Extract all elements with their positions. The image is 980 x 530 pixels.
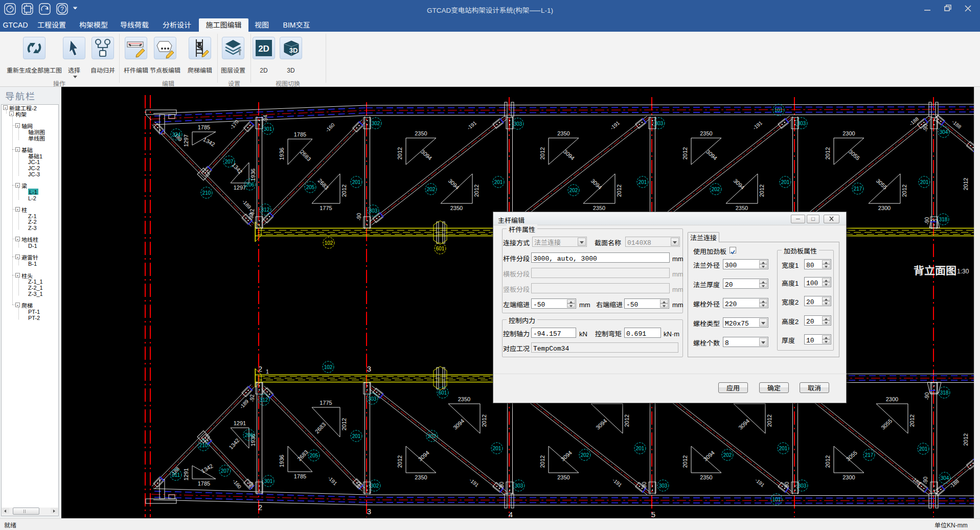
- svg-text:2012: 2012: [759, 185, 765, 197]
- svg-text:3094: 3094: [420, 148, 433, 161]
- svg-text:-90: -90: [248, 481, 254, 489]
- svg-text:2012: 2012: [473, 185, 480, 197]
- svg-text:303: 303: [368, 396, 377, 402]
- svg-text:201: 201: [352, 433, 361, 439]
- svg-text:201: 201: [352, 179, 361, 185]
- svg-text:1342: 1342: [202, 136, 216, 147]
- svg-text:206: 206: [246, 182, 255, 188]
- svg-text:-191: -191: [468, 477, 480, 489]
- svg-text:2012: 2012: [963, 178, 969, 190]
- svg-text:2D: 2D: [258, 44, 269, 54]
- svg-text:3055: 3055: [848, 148, 861, 161]
- svg-text:1785: 1785: [294, 473, 306, 479]
- svg-text:3094: 3094: [447, 177, 461, 190]
- svg-text:-170: -170: [229, 119, 240, 130]
- svg-text:201: 201: [920, 179, 929, 185]
- svg-text:3094: 3094: [417, 449, 430, 462]
- svg-text:-90: -90: [784, 481, 790, 489]
- svg-text:-92: -92: [249, 209, 255, 216]
- svg-text:601: 601: [436, 246, 445, 251]
- svg-text:1342: 1342: [200, 463, 214, 474]
- svg-text:207: 207: [221, 468, 230, 474]
- svg-text:202: 202: [712, 187, 720, 192]
- svg-text:1936: 1936: [250, 169, 256, 181]
- svg-text:-92: -92: [249, 394, 255, 402]
- svg-text:318: 318: [939, 217, 948, 222]
- svg-text:201: 201: [919, 446, 928, 452]
- svg-text:2683: 2683: [296, 449, 309, 462]
- svg-text:-90: -90: [356, 481, 362, 489]
- svg-text:2012: 2012: [825, 147, 831, 159]
- svg-text:201: 201: [493, 446, 502, 451]
- svg-text:301: 301: [264, 478, 273, 484]
- svg-text:201: 201: [781, 179, 790, 185]
- svg-text:1:30: 1:30: [957, 268, 969, 275]
- svg-text:3094: 3094: [452, 418, 465, 430]
- svg-text:2: 2: [258, 503, 262, 512]
- svg-text:303: 303: [515, 483, 523, 489]
- svg-text:4: 4: [509, 510, 513, 518]
- svg-text:303: 303: [514, 121, 522, 127]
- svg-text:2300: 2300: [842, 130, 855, 136]
- svg-text:2350: 2350: [593, 205, 605, 211]
- svg-text:3094: 3094: [595, 418, 608, 430]
- svg-text:302: 302: [371, 483, 379, 489]
- svg-text:202: 202: [428, 433, 437, 439]
- svg-text:3094: 3094: [737, 418, 750, 430]
- svg-text:3094: 3094: [702, 449, 716, 462]
- svg-text:2350: 2350: [557, 130, 569, 136]
- svg-text:210: 210: [202, 190, 211, 196]
- svg-text:101: 101: [772, 497, 781, 502]
- svg-text:1936: 1936: [279, 148, 285, 160]
- svg-text:-191: -191: [752, 120, 764, 131]
- svg-text:2012: 2012: [682, 147, 688, 159]
- svg-text:1291: 1291: [234, 420, 246, 426]
- svg-text:210: 210: [199, 443, 208, 448]
- svg-text:3D: 3D: [289, 47, 298, 54]
- svg-text:201: 201: [639, 179, 647, 185]
- svg-text:102: 102: [324, 364, 333, 370]
- svg-text:-191: -191: [609, 120, 621, 131]
- svg-text:202: 202: [569, 188, 578, 193]
- svg-text:2350: 2350: [450, 205, 463, 211]
- svg-text:2012: 2012: [682, 455, 688, 468]
- svg-text:3055: 3055: [845, 449, 858, 462]
- svg-text:2683: 2683: [314, 421, 327, 434]
- svg-text:2012: 2012: [397, 147, 403, 159]
- svg-text:205: 205: [310, 453, 318, 458]
- svg-text:2012: 2012: [341, 418, 347, 430]
- svg-text:303: 303: [798, 483, 807, 489]
- svg-text:202: 202: [723, 452, 732, 458]
- svg-text:304: 304: [940, 129, 948, 135]
- svg-text:1297: 1297: [234, 185, 246, 191]
- svg-text:3: 3: [367, 364, 371, 373]
- svg-text:318: 318: [940, 390, 949, 396]
- svg-text:303: 303: [659, 483, 668, 489]
- svg-text:-191: -191: [754, 477, 766, 489]
- svg-text:2012: 2012: [481, 414, 487, 427]
- svg-text:206: 206: [245, 432, 254, 438]
- svg-text:3094: 3094: [705, 148, 718, 161]
- svg-text:3: 3: [367, 507, 371, 516]
- svg-text:217: 217: [865, 452, 874, 458]
- svg-text:2012: 2012: [909, 414, 915, 427]
- svg-text:1775: 1775: [320, 400, 332, 406]
- svg-text:1775: 1775: [320, 205, 332, 211]
- svg-text:324: 324: [172, 132, 181, 137]
- svg-text:311: 311: [172, 472, 180, 478]
- svg-text:601: 601: [439, 390, 447, 396]
- svg-text:207: 207: [225, 159, 234, 165]
- svg-text:312: 312: [261, 207, 270, 213]
- svg-text:1785: 1785: [198, 480, 210, 487]
- svg-text:-189: -189: [239, 398, 250, 409]
- svg-text:2012: 2012: [397, 455, 403, 468]
- svg-text:1: 1: [266, 368, 269, 375]
- svg-text:2012: 2012: [341, 185, 347, 197]
- svg-text:1785: 1785: [198, 124, 210, 130]
- svg-text:201: 201: [494, 179, 503, 185]
- svg-text:303: 303: [369, 208, 378, 214]
- svg-text:2012: 2012: [539, 147, 545, 159]
- svg-text:-188: -188: [949, 478, 961, 489]
- svg-text:312: 312: [260, 397, 268, 403]
- svg-text:-189: -189: [241, 199, 253, 210]
